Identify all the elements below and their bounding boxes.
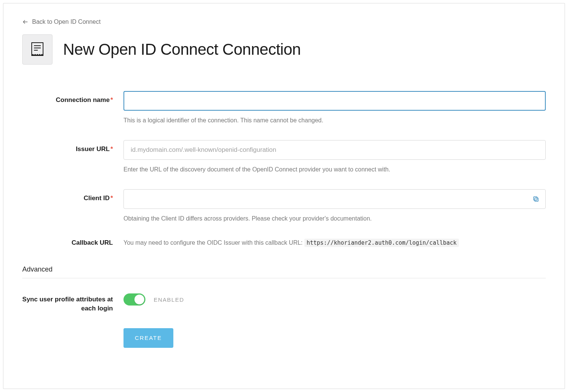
field-callback-url: Callback URL You may need to configure t… <box>22 238 546 247</box>
client-id-label: Client ID* <box>83 194 113 202</box>
callback-url-help: You may need to configure the OIDC Issue… <box>123 238 546 247</box>
arrow-left-icon <box>22 19 28 25</box>
client-id-help: Obtaining the Client ID differs across p… <box>123 214 546 223</box>
copy-button[interactable] <box>531 194 540 204</box>
connection-name-label: Connection name* <box>56 96 113 103</box>
field-client-id: Client ID* Obtaining the Client ID diffe… <box>22 189 546 223</box>
callback-url-label: Callback URL <box>71 239 113 246</box>
page-header: New Open ID Connect Connection <box>22 34 546 65</box>
connection-icon-tile <box>22 34 52 65</box>
client-id-input[interactable] <box>123 189 546 209</box>
toggle-knob <box>134 295 144 304</box>
back-link-label: Back to Open ID Connect <box>32 19 100 25</box>
field-connection-name: Connection name* This is a logical ident… <box>22 91 546 125</box>
svg-rect-1 <box>32 43 43 56</box>
svg-rect-6 <box>534 197 537 200</box>
action-row: CREATE <box>22 328 546 348</box>
connection-name-help: This is a logical identifier of the conn… <box>123 116 546 125</box>
callback-url-value: https://khoriander2.auth0.com/login/call… <box>304 239 459 247</box>
issuer-url-label: Issuer URL* <box>76 145 113 153</box>
page-title: New Open ID Connect Connection <box>63 40 301 59</box>
svg-rect-5 <box>535 198 538 201</box>
back-link[interactable]: Back to Open ID Connect <box>22 19 100 25</box>
issuer-url-help: Enter the URL of the discovery document … <box>123 165 546 174</box>
sync-attributes-label: Sync user profile attributes at each log… <box>22 296 113 312</box>
connection-name-input[interactable] <box>123 91 546 111</box>
field-issuer-url: Issuer URL* Enter the URL of the discove… <box>22 140 546 174</box>
advanced-section-heading: Advanced <box>22 265 546 278</box>
copy-icon <box>532 196 539 202</box>
receipt-icon <box>31 42 44 57</box>
issuer-url-input[interactable] <box>123 140 546 160</box>
field-sync-attributes: Sync user profile attributes at each log… <box>22 293 546 313</box>
create-button[interactable]: CREATE <box>123 328 173 348</box>
sync-attributes-toggle[interactable] <box>123 293 145 306</box>
sync-attributes-state: ENABLED <box>154 296 184 303</box>
